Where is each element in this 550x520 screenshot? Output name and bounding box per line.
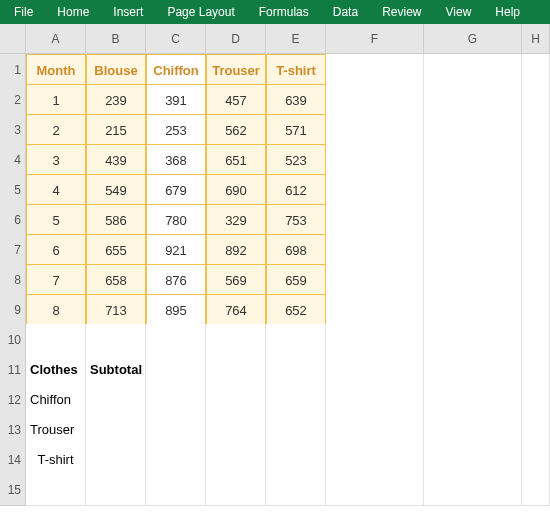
cell-B8[interactable]: 658: [86, 264, 146, 296]
row-header-15[interactable]: 15: [0, 474, 26, 506]
cell-F4[interactable]: [326, 144, 424, 176]
cell-B2[interactable]: 239: [86, 84, 146, 116]
cell-H9[interactable]: [522, 294, 550, 326]
cell-F11[interactable]: [326, 354, 424, 386]
cell-F5[interactable]: [326, 174, 424, 206]
cell-A10[interactable]: [26, 324, 86, 356]
cell-F14[interactable]: [326, 444, 424, 476]
cell-D6[interactable]: 329: [206, 204, 266, 236]
cell-F10[interactable]: [326, 324, 424, 356]
row-header-11[interactable]: 11: [0, 354, 26, 386]
row-header-5[interactable]: 5: [0, 174, 26, 206]
cell-G14[interactable]: [424, 444, 522, 476]
cell-A15[interactable]: [26, 474, 86, 506]
cell-H6[interactable]: [522, 204, 550, 236]
cell-H14[interactable]: [522, 444, 550, 476]
cell-F2[interactable]: [326, 84, 424, 116]
cell-E3[interactable]: 571: [266, 114, 326, 146]
col-header-H[interactable]: H: [522, 24, 550, 54]
cell-H1[interactable]: [522, 54, 550, 86]
cell-E6[interactable]: 753: [266, 204, 326, 236]
ribbon-tab-home[interactable]: Home: [45, 0, 101, 24]
cell-F3[interactable]: [326, 114, 424, 146]
cell-C10[interactable]: [146, 324, 206, 356]
row-header-1[interactable]: 1: [0, 54, 26, 86]
col-header-B[interactable]: B: [86, 24, 146, 54]
cell-E13[interactable]: [266, 414, 326, 446]
cell-H7[interactable]: [522, 234, 550, 266]
cell-D11[interactable]: [206, 354, 266, 386]
cell-B10[interactable]: [86, 324, 146, 356]
cell-D10[interactable]: [206, 324, 266, 356]
cell-H2[interactable]: [522, 84, 550, 116]
cell-G13[interactable]: [424, 414, 522, 446]
cell-E12[interactable]: [266, 384, 326, 416]
cell-E4[interactable]: 523: [266, 144, 326, 176]
cell-B11[interactable]: Subtotal: [86, 354, 146, 386]
cell-G4[interactable]: [424, 144, 522, 176]
cell-C3[interactable]: 253: [146, 114, 206, 146]
cell-E1[interactable]: T-shirt: [266, 54, 326, 86]
cell-G11[interactable]: [424, 354, 522, 386]
cell-G15[interactable]: [424, 474, 522, 506]
ribbon-tab-page-layout[interactable]: Page Layout: [155, 0, 246, 24]
cell-D5[interactable]: 690: [206, 174, 266, 206]
select-all-corner[interactable]: [0, 24, 26, 54]
cell-G2[interactable]: [424, 84, 522, 116]
cell-A9[interactable]: 8: [26, 294, 86, 326]
cell-E11[interactable]: [266, 354, 326, 386]
cell-B7[interactable]: 655: [86, 234, 146, 266]
cell-F8[interactable]: [326, 264, 424, 296]
cell-H12[interactable]: [522, 384, 550, 416]
cell-D13[interactable]: [206, 414, 266, 446]
cell-A14[interactable]: T-shirt: [26, 444, 86, 476]
cell-B3[interactable]: 215: [86, 114, 146, 146]
col-header-F[interactable]: F: [326, 24, 424, 54]
cell-A3[interactable]: 2: [26, 114, 86, 146]
row-header-12[interactable]: 12: [0, 384, 26, 416]
cell-G1[interactable]: [424, 54, 522, 86]
row-header-10[interactable]: 10: [0, 324, 26, 356]
row-header-4[interactable]: 4: [0, 144, 26, 176]
cell-F6[interactable]: [326, 204, 424, 236]
cell-A12[interactable]: Chiffon: [26, 384, 86, 416]
cell-F7[interactable]: [326, 234, 424, 266]
cell-B6[interactable]: 586: [86, 204, 146, 236]
cell-G10[interactable]: [424, 324, 522, 356]
cell-D4[interactable]: 651: [206, 144, 266, 176]
row-header-8[interactable]: 8: [0, 264, 26, 296]
cell-D8[interactable]: 569: [206, 264, 266, 296]
cell-G3[interactable]: [424, 114, 522, 146]
cell-C8[interactable]: 876: [146, 264, 206, 296]
col-header-C[interactable]: C: [146, 24, 206, 54]
cell-A4[interactable]: 3: [26, 144, 86, 176]
cell-C6[interactable]: 780: [146, 204, 206, 236]
cell-H3[interactable]: [522, 114, 550, 146]
cell-H11[interactable]: [522, 354, 550, 386]
cell-D12[interactable]: [206, 384, 266, 416]
cell-C12[interactable]: [146, 384, 206, 416]
cell-D14[interactable]: [206, 444, 266, 476]
row-header-3[interactable]: 3: [0, 114, 26, 146]
cell-A8[interactable]: 7: [26, 264, 86, 296]
cell-B15[interactable]: [86, 474, 146, 506]
cell-A2[interactable]: 1: [26, 84, 86, 116]
cell-D3[interactable]: 562: [206, 114, 266, 146]
cell-C4[interactable]: 368: [146, 144, 206, 176]
cell-E5[interactable]: 612: [266, 174, 326, 206]
cell-G6[interactable]: [424, 204, 522, 236]
cell-B5[interactable]: 549: [86, 174, 146, 206]
cell-E14[interactable]: [266, 444, 326, 476]
cell-D15[interactable]: [206, 474, 266, 506]
cell-E2[interactable]: 639: [266, 84, 326, 116]
row-header-9[interactable]: 9: [0, 294, 26, 326]
cell-B9[interactable]: 713: [86, 294, 146, 326]
cell-G8[interactable]: [424, 264, 522, 296]
cell-D2[interactable]: 457: [206, 84, 266, 116]
cell-A11[interactable]: Clothes: [26, 354, 86, 386]
row-header-7[interactable]: 7: [0, 234, 26, 266]
cell-E7[interactable]: 698: [266, 234, 326, 266]
col-header-G[interactable]: G: [424, 24, 522, 54]
cell-H10[interactable]: [522, 324, 550, 356]
cell-E15[interactable]: [266, 474, 326, 506]
